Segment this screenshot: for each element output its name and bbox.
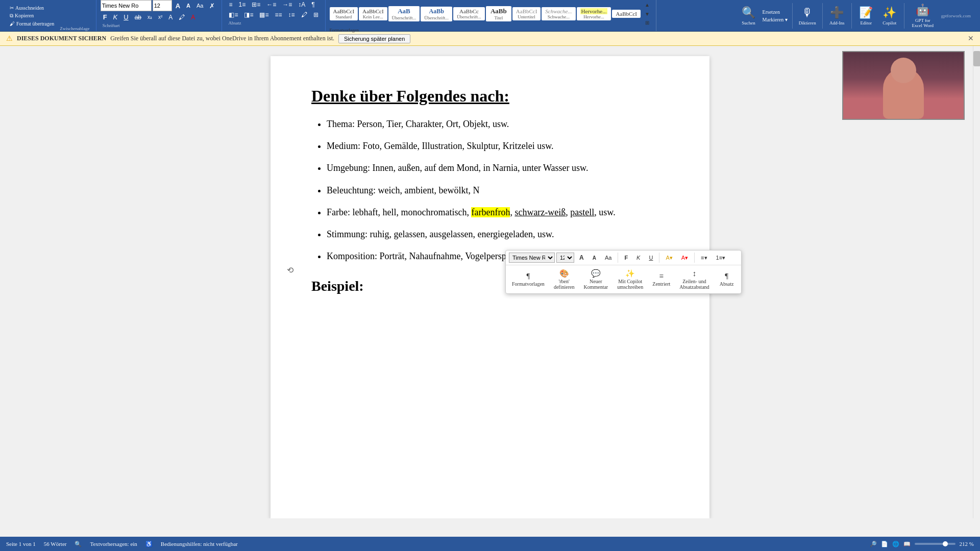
italic-button[interactable]: K bbox=[111, 12, 120, 22]
mini-divider3 bbox=[694, 253, 695, 263]
scrollbar-thumb[interactable] bbox=[973, 51, 980, 66]
line-spacing-button[interactable]: ↕≡ bbox=[286, 10, 298, 19]
font-name-input[interactable] bbox=[101, 0, 152, 11]
sort-button[interactable]: ↕A bbox=[296, 0, 308, 9]
styles-scroll-up[interactable]: ▲ bbox=[643, 1, 652, 9]
style-standard[interactable]: AaBbCcI Standard bbox=[330, 7, 358, 20]
mini-highlight-color[interactable]: A▾ bbox=[662, 253, 676, 263]
mini-numbering[interactable]: 1≡▾ bbox=[713, 253, 729, 263]
style-emphasis[interactable]: Hervorhe... Hervorhe... bbox=[577, 7, 611, 20]
status-bar: Seite 1 von 1 56 Wörter 🔍 Textvorhersage… bbox=[0, 537, 980, 551]
zoom-slider[interactable] bbox=[915, 543, 955, 545]
mini-font-select[interactable]: Times New Ro bbox=[509, 253, 555, 263]
view-mode-web[interactable]: 🌐 bbox=[892, 541, 899, 547]
center-icon: ≡ bbox=[659, 272, 664, 281]
webcam-overlay bbox=[842, 51, 965, 120]
copy-icon: ⧉ bbox=[10, 13, 13, 19]
styles-scroll-down[interactable]: ▼ bbox=[643, 10, 652, 18]
style-heading3[interactable]: AaBbCc Überschrift... bbox=[453, 7, 485, 20]
pilcrow-button[interactable]: ¶ bbox=[309, 0, 317, 9]
document-page[interactable]: ⟲ Denke über Folgendes nach: Thema: Pers… bbox=[271, 56, 709, 518]
style-title[interactable]: AaBb Titel bbox=[486, 6, 511, 21]
vertical-scrollbar[interactable] bbox=[973, 46, 980, 518]
style-extra[interactable]: AaBbCcI bbox=[612, 10, 641, 18]
mini-copilot-rewrite-button[interactable]: ✨ Mit Copilot umschreiben bbox=[614, 267, 646, 291]
shading-button[interactable]: 🖍 bbox=[299, 10, 310, 19]
mini-text-color[interactable]: A▾ bbox=[678, 253, 692, 263]
increase-indent-button[interactable]: →≡ bbox=[280, 0, 295, 9]
mini-size-select[interactable]: 12 bbox=[556, 253, 574, 263]
multilevel-button[interactable]: ⊞≡ bbox=[249, 0, 263, 9]
bold-button[interactable]: F bbox=[101, 12, 110, 22]
mini-line-spacing-button[interactable]: ↕ Zeilen- und Absatzabstand bbox=[676, 268, 712, 291]
accessibility-icon: ♿ bbox=[145, 541, 153, 547]
addins-button[interactable]: ➕ Add-Ins bbox=[826, 2, 848, 30]
align-left-button[interactable]: ◧≡ bbox=[226, 10, 240, 19]
align-center-button[interactable]: ◨≡ bbox=[241, 10, 256, 19]
superscript-button[interactable]: x² bbox=[156, 13, 165, 21]
format-paint-button[interactable]: 🖌 Format übertragen bbox=[8, 20, 56, 27]
font-color-button[interactable]: A bbox=[166, 13, 175, 22]
mini-font-grow[interactable]: A bbox=[576, 253, 587, 263]
borders-button[interactable]: ⊞ bbox=[311, 10, 321, 19]
mini-define-colors-button[interactable]: 🎨 'rben' definieren bbox=[551, 267, 578, 291]
paragraph-group: ≡ 1≡ ⊞≡ ←≡ →≡ ↕A ¶ ◧≡ ◨≡ ▩≡ ≡≡ ↕≡ 🖍 ⊞ Ab… bbox=[222, 0, 325, 31]
notification-close-button[interactable]: ✕ bbox=[968, 34, 974, 43]
document-bullets: Thema: Person, Tier, Charakter, Ort, Obj… bbox=[311, 118, 669, 263]
mini-bold[interactable]: F bbox=[621, 253, 631, 262]
underlined-text2: pastell bbox=[570, 207, 594, 217]
style-subtle[interactable]: Schwache... Schwache... bbox=[542, 7, 575, 20]
webcam-feed bbox=[843, 52, 964, 119]
search-icon-status: 🔍 bbox=[75, 541, 82, 547]
clear-format-button[interactable]: ✗ bbox=[207, 1, 217, 11]
subscript-button[interactable]: x₂ bbox=[145, 13, 155, 21]
formatvorlagen-icon: ¶ bbox=[527, 272, 530, 281]
page-count: Seite 1 von 1 bbox=[6, 541, 36, 547]
mini-change-case[interactable]: Aa bbox=[601, 253, 615, 262]
mini-underline[interactable]: U bbox=[645, 253, 656, 262]
font-size-input[interactable] bbox=[153, 0, 172, 11]
font-shrink-button[interactable]: A bbox=[184, 2, 193, 10]
mini-font-shrink[interactable]: A bbox=[589, 254, 600, 262]
divider3 bbox=[851, 3, 852, 29]
mini-center-button[interactable]: ≡ Zentriert bbox=[649, 270, 673, 288]
styles-expand[interactable]: ⊞ bbox=[643, 19, 652, 27]
replace-button[interactable]: Ersetzen bbox=[761, 9, 789, 15]
font-grow-button[interactable]: A bbox=[173, 1, 183, 11]
underline-button[interactable]: U bbox=[121, 12, 131, 22]
copy-button[interactable]: ⧉ Kopieren bbox=[8, 12, 56, 19]
style-no-spacing[interactable]: AaBbCcI Kein Lee... bbox=[359, 7, 387, 20]
editor-button[interactable]: 📝 Editor bbox=[855, 2, 877, 30]
justify-button[interactable]: ≡≡ bbox=[272, 10, 284, 19]
clipboard-label: Zwischenablage bbox=[58, 25, 91, 31]
cut-button[interactable]: ✂ Ausschneiden bbox=[8, 5, 56, 11]
numbering-button[interactable]: 1≡ bbox=[236, 0, 248, 9]
mini-bullets[interactable]: ≡▾ bbox=[697, 253, 710, 263]
gpt-button[interactable]: 🤖 GPT for Excel Word bbox=[908, 2, 938, 30]
change-case-button[interactable]: Aa bbox=[194, 2, 206, 10]
mini-italic[interactable]: K bbox=[633, 253, 644, 262]
view-mode-print[interactable]: 📄 bbox=[881, 541, 888, 547]
text-color-button[interactable]: A bbox=[188, 13, 198, 22]
align-right-button[interactable]: ▩≡ bbox=[257, 10, 271, 19]
mini-comment-button[interactable]: 💬 Neuer Kommentar bbox=[580, 267, 611, 291]
mini-paragraph-button[interactable]: ¶ Absatz bbox=[716, 270, 738, 288]
zoom-thumb bbox=[943, 541, 948, 546]
paragraph-indicator[interactable]: ⟲ bbox=[287, 265, 293, 275]
bullet-item-umgebung: Umgebung: Innen, außen, auf dem Mond, in… bbox=[327, 162, 669, 174]
mark-button[interactable]: Markieren ▾ bbox=[761, 16, 789, 23]
style-heading1[interactable]: AaB Überschrift... bbox=[388, 6, 420, 21]
notification-action-button[interactable]: Sicherung später planen bbox=[338, 34, 410, 43]
decrease-indent-button[interactable]: ←≡ bbox=[264, 0, 279, 9]
highlight-button[interactable]: 🖍 bbox=[176, 13, 187, 22]
formatvorlagen-label: Formatvorlagen bbox=[328, 28, 361, 33]
style-heading2[interactable]: AaBb Überschrift... bbox=[421, 7, 452, 21]
mini-formatvorlagen-button[interactable]: ¶ Formatvorlagen bbox=[509, 270, 548, 288]
copilot-button[interactable]: ✨ Copilot bbox=[878, 2, 901, 30]
style-subtitle[interactable]: AaBbCcI Untertitel bbox=[512, 7, 541, 20]
bullets-button[interactable]: ≡ bbox=[226, 0, 235, 9]
search-button[interactable]: 🔍 Suchen bbox=[738, 2, 760, 30]
view-mode-read[interactable]: 📖 bbox=[903, 541, 911, 547]
strikethrough-button[interactable]: ab bbox=[132, 13, 144, 22]
dictate-button[interactable]: 🎙 Diktieren bbox=[796, 2, 819, 30]
